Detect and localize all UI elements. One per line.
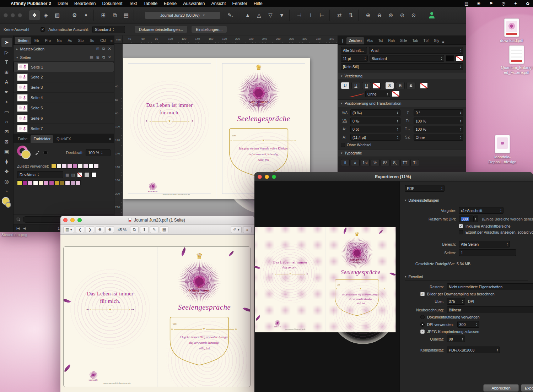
recent-swatch[interactable] [62, 164, 67, 169]
decoration-color-none-swatch[interactable] [392, 91, 400, 97]
superscript-button[interactable]: S° [381, 159, 389, 166]
document-settings-button[interactable]: Dokumenteinstellungen... [134, 26, 188, 33]
share-button[interactable]: ⬆ [140, 226, 149, 233]
first-page-button[interactable]: |◀ [16, 227, 20, 230]
underline-style-select[interactable]: Ohne [365, 91, 390, 97]
menu-item-ansicht[interactable]: Ansicht [211, 1, 226, 6]
page-row-4[interactable]: Seite 4 [14, 93, 114, 103]
file-settings-section-header[interactable]: ▾Dateieinstellungen [405, 197, 528, 204]
font-collection-select[interactable]: Alle Schrift... [341, 47, 367, 54]
palette-swatch[interactable] [76, 180, 81, 185]
move-backward-button[interactable]: ▽ [265, 10, 276, 20]
minimize-button[interactable] [70, 218, 75, 222]
underline-dotted-button[interactable]: U [351, 82, 360, 89]
white-swatch[interactable] [91, 172, 96, 177]
markup-pen-button[interactable]: ✎ [150, 226, 158, 233]
stroke-color-well[interactable] [5, 202, 11, 208]
tab-farbfelder[interactable]: Farbfelder [31, 135, 53, 143]
horizontal-ruler[interactable]: 4060 80100 120140 160180 200220 240260 2… [123, 36, 338, 44]
none-color-dot[interactable] [43, 151, 48, 155]
photo-persona-button[interactable]: ▨ [52, 10, 63, 20]
move-to-front-button[interactable]: ▲ [242, 10, 253, 20]
palette-swatch[interactable] [28, 180, 33, 185]
recent-swatch[interactable] [56, 164, 61, 169]
use-dpi-radio[interactable] [420, 322, 425, 327]
display-status-icon[interactable]: ▤ [464, 1, 468, 6]
add-page-icon[interactable]: ⊞ [96, 55, 99, 60]
smallcaps-button[interactable]: Tt [410, 159, 419, 166]
tab-na[interactable]: Na [54, 37, 64, 44]
page-row-3[interactable]: Seite 3 [14, 82, 114, 93]
frame-text-tool[interactable]: T [1, 58, 12, 67]
include-bleed-checkbox[interactable]: ✓ [459, 224, 463, 228]
strikethrough-button[interactable]: S [385, 82, 394, 89]
opacity-select[interactable]: 100 % [86, 149, 111, 156]
vertical-scale-field[interactable]: 100 % [414, 118, 464, 124]
recent-swatch[interactable] [78, 164, 83, 169]
desktop-icon-download-pdf[interactable]: download.pdf [495, 18, 528, 43]
pin-status-icon[interactable]: ⚑ [489, 1, 493, 6]
desktop-icon-steuerbuero-label[interactable]: Steuerbüro.png [1, 233, 27, 237]
zoom-out-button[interactable]: ⊖ [96, 226, 104, 233]
tab-quickfx[interactable]: QuickFX [54, 135, 74, 143]
underline-double-button[interactable]: U [362, 82, 371, 89]
decorations-section-header[interactable]: ▾Verzierung [338, 72, 466, 80]
font-weight-select[interactable]: Standard [370, 55, 444, 62]
palette-swatch[interactable] [60, 180, 65, 185]
flip-horizontal-button[interactable]: ⇄ [334, 10, 345, 20]
raster-dpi-select[interactable] [474, 216, 479, 222]
raster-select[interactable]: Nicht unterstützte Eigenschaften [447, 283, 533, 290]
tab-sto[interactable]: Sto [75, 37, 87, 44]
panel-collapse-icon[interactable]: ∥ [339, 37, 346, 44]
move-tool[interactable]: ➤ [1, 38, 12, 47]
duplicate-master-icon[interactable]: ⧉ [102, 47, 105, 51]
vector-crop-tool[interactable]: ⊠ [1, 137, 12, 147]
raster-dpi-input[interactable]: 300 [459, 216, 474, 222]
page-row-5[interactable]: Seite 5 [14, 103, 114, 113]
format-select[interactable]: PDF [405, 185, 445, 192]
boolean-intersect-button[interactable]: ⊗ [386, 10, 396, 20]
palette-grid-view-icon[interactable]: ▦ [65, 173, 69, 177]
rectangle-tool[interactable]: ▭ [1, 107, 12, 117]
fractions-button[interactable]: ½ [371, 159, 379, 166]
gray-swatch[interactable] [84, 172, 89, 177]
designer-persona-button[interactable]: ◈ [41, 10, 51, 20]
table-tool[interactable]: ⊞ [1, 67, 12, 77]
zoom-button[interactable] [77, 218, 82, 222]
zoom-button[interactable] [272, 175, 276, 179]
tab-stile[interactable]: Stile [398, 37, 409, 44]
strike-color-none-swatch[interactable] [420, 83, 428, 89]
panel-menu-icon[interactable]: ≡ [108, 136, 113, 143]
use-document-resolution-radio[interactable] [420, 315, 425, 319]
auto-select-mode-select[interactable]: Standard [92, 26, 125, 33]
crop-button[interactable]: ⧉ [130, 226, 139, 233]
rotation-field[interactable]: 0 ° [414, 109, 464, 116]
text-style-select[interactable]: [Kein Stil] [341, 63, 463, 70]
feather-status-icon[interactable]: ✿ [526, 1, 529, 6]
strikethrough-single-button[interactable]: S [396, 82, 405, 89]
recent-swatch[interactable] [67, 164, 72, 169]
palette-swatch[interactable] [65, 180, 70, 185]
tab-farbe[interactable]: Farbe [15, 135, 30, 143]
duplicate-page-icon[interactable]: ⧉ [102, 55, 105, 60]
jpeg-compression-checkbox[interactable]: ✓ [420, 330, 425, 334]
align-center-button[interactable]: ⊥ [305, 10, 316, 20]
tab-seiten[interactable]: Seiten [15, 37, 31, 44]
fill-stroke-color-wells[interactable] [1, 197, 12, 209]
app-menu-title[interactable]: Affinity Publisher 2 [11, 1, 51, 6]
pdf-page-view[interactable]: Das Leben ist immer für mich. ⇠ ♥ ⇢ sama… [60, 235, 254, 392]
export-preview-pane[interactable]: Das Leben ist immer für mich. ⇠ ♥ ⇢ sama… [254, 181, 399, 392]
tab-ebenen[interactable]: Eb [32, 37, 42, 44]
eyedropper-icon[interactable] [35, 150, 40, 155]
close-button[interactable] [258, 175, 262, 179]
swallow-status-icon[interactable]: ✦ [514, 1, 517, 6]
flower-status-icon[interactable]: ❀ [477, 1, 481, 6]
tracking-field[interactable]: 0 ‰ [350, 118, 400, 124]
tab-su[interactable]: Su [87, 37, 97, 44]
page-row-7[interactable]: Seite 7 [14, 124, 114, 134]
panel-menu-icon[interactable]: ≡ [442, 40, 444, 44]
ordinals-button[interactable]: 1st [361, 159, 370, 166]
account-icon[interactable] [428, 12, 435, 18]
palette-swatch[interactable] [49, 180, 54, 185]
tab-rahmen[interactable]: Rah [386, 37, 397, 44]
